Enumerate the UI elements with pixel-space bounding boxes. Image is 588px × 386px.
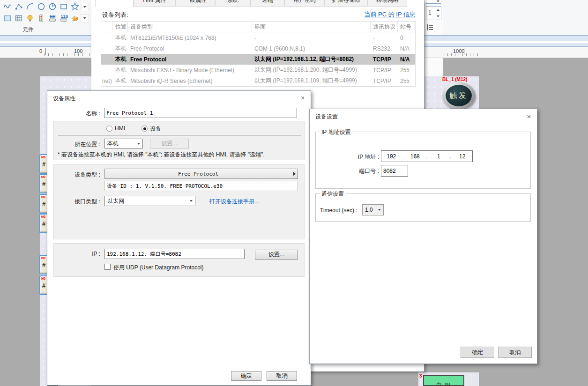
- table-row[interactable]: net)本机Mitsubishi iQ-R Series (Ethernet)以…: [101, 75, 415, 86]
- close-icon[interactable]: ×: [525, 112, 533, 120]
- location-select[interactable]: 本机: [104, 139, 143, 148]
- ip-octet-4[interactable]: 12: [453, 153, 473, 160]
- device-manual-link[interactable]: 打开设备连接手册...: [209, 198, 259, 206]
- device-list-label: 设备列表:: [102, 11, 128, 19]
- ok-button[interactable]: 确定: [231, 371, 261, 381]
- panel-icon[interactable]: [2, 13, 13, 23]
- tab-general-properties[interactable]: 一般属性: [176, 0, 215, 7]
- star-icon[interactable]: [69, 1, 81, 12]
- circle-icon[interactable]: [36, 1, 47, 12]
- spinner-partial-down-icon[interactable]: [437, 0, 439, 2]
- ruler-number: 0: [39, 48, 42, 54]
- device-type-label: 设备类型 :: [54, 171, 100, 179]
- trigger-button[interactable]: 触发: [442, 82, 475, 109]
- table-row[interactable]: 本机MT8121iE/MT8150iE (1024 x 768)--0: [101, 32, 415, 43]
- spinner-down-icon[interactable]: [437, 15, 439, 17]
- timeout-select[interactable]: 1.0: [362, 204, 384, 215]
- tab-extended-memory[interactable]: 扩展存储器: [325, 0, 368, 7]
- indicator-lamp-icon[interactable]: [24, 13, 36, 23]
- spinner-control[interactable]: 1: [426, 6, 441, 20]
- top-right-panel: [443, 0, 588, 36]
- comm-group-label: 通信设置: [320, 190, 346, 198]
- col-protocol: 通讯协议: [371, 22, 398, 32]
- components-toolbar: HH 123 元件: [0, 0, 91, 36]
- toggle-switch-icon[interactable]: [36, 13, 47, 23]
- ip-group-label: IP 地址设置: [320, 128, 352, 136]
- udp-checkbox[interactable]: [104, 264, 111, 270]
- polyline-icon[interactable]: [13, 1, 24, 12]
- arc-icon[interactable]: [24, 1, 36, 12]
- green-widget-tag: 3: [419, 373, 422, 379]
- ip-address-label: IP 地址 :: [337, 153, 379, 161]
- spinner-partial[interactable]: [426, 0, 441, 4]
- ip-address-input[interactable]: 192 . 168 . 1 . 12: [381, 150, 473, 162]
- numeric-display-icon[interactable]: 123: [58, 13, 69, 23]
- green-widget[interactable]: 中阳: [423, 375, 464, 386]
- edit-area-band-left: [0, 35, 91, 47]
- device-radio-label: 设备: [150, 125, 161, 133]
- ip-octet-2[interactable]: 168: [405, 153, 425, 160]
- name-label: 名称 :: [66, 110, 100, 118]
- divider: [58, 135, 301, 136]
- table-row[interactable]: 本机Mitsubishi FX5U - Binary Mode (Etherne…: [101, 65, 415, 75]
- location-label: 所在位置 :: [54, 141, 100, 148]
- freehand-line-icon[interactable]: [2, 1, 13, 12]
- tab-remote[interactable]: 远端: [251, 0, 284, 7]
- spinner-value: 1: [428, 9, 432, 16]
- dialog-title: 设备设置: [315, 113, 338, 121]
- macro-icon[interactable]: [69, 13, 81, 23]
- device-radio[interactable]: [141, 126, 148, 132]
- interface-type-label: 接口类型 :: [54, 198, 100, 206]
- rectangle-icon[interactable]: [58, 1, 69, 12]
- device-table: 位置 设备类型 界面 通讯协议 站号 本机MT8121iE/MT8150iE (…: [101, 21, 416, 87]
- word-lamp-icon[interactable]: HH: [47, 13, 58, 23]
- name-input[interactable]: Free Protocol_1: [104, 108, 297, 118]
- ip-input[interactable]: 192.168.1.12, 端口号=8082: [104, 249, 245, 259]
- ruler-number: 100: [74, 48, 82, 54]
- pc-ip-info-link[interactable]: 当前 PC 的 IP 信息: [364, 10, 416, 19]
- row2-more-button[interactable]: [81, 14, 89, 22]
- cancel-button[interactable]: 取消: [267, 371, 297, 381]
- device-type-section: 设备类型 : Free Protocol 设备 ID : 1, V.1.50, …: [53, 164, 305, 239]
- tab-strip: 设备 HMI 属性 一般属性 系统 远端 用户密码 扩展存储器 移动网络: [91, 0, 424, 7]
- location-settings-button: 设置...: [150, 139, 189, 148]
- ip-octet-3[interactable]: 1: [429, 153, 449, 160]
- port-input[interactable]: 8082: [381, 165, 408, 177]
- row1-more-button[interactable]: [81, 3, 89, 11]
- device-settings-dialog: 设备设置 × IP 地址设置 IP 地址 : 192 . 168 . 1 . 1…: [309, 109, 537, 364]
- toolbar-row-2: HH 123: [2, 13, 81, 23]
- green-widget-label: 中阳: [436, 381, 453, 386]
- table-row[interactable]: 本机Free ProtocolCOM 1 (9600,N,8,1)RS232N/…: [101, 43, 415, 54]
- ruler-left: 0 100: [0, 47, 91, 58]
- edit-area-band-right: [424, 35, 588, 47]
- pie-icon[interactable]: [47, 1, 58, 12]
- hmi-radio[interactable]: [106, 126, 112, 132]
- location-section: HMI 设备 所在位置 : 本机 设置... * 若设备连接至本机的 HMI, …: [53, 121, 305, 160]
- tab-device[interactable]: 设备: [95, 0, 134, 7]
- tab-system[interactable]: 系统: [215, 0, 251, 7]
- timeout-label: Timeout (sec) :: [320, 207, 357, 214]
- col-device-type: 设备类型: [128, 22, 252, 32]
- table-row-selected[interactable]: 本机Free Protocol以太网 (IP=192.168.1.12, 端口号…: [101, 54, 415, 65]
- cancel-button[interactable]: 取消: [498, 347, 532, 358]
- device-type-button[interactable]: Free Protocol: [104, 169, 292, 179]
- toolbar-row-1: [2, 1, 81, 12]
- device-properties-dialog: 设备属性 × 名称 : Free Protocol_1 HMI 设备 所在位置 …: [47, 90, 311, 386]
- spinner-up-icon[interactable]: [437, 9, 439, 11]
- ip-octet-1[interactable]: 192: [381, 153, 402, 160]
- device-id-info: 设备 ID : 1, V.1.50, FREE_PROTOCOL.e30: [104, 181, 298, 191]
- close-icon[interactable]: ×: [298, 94, 307, 102]
- port-label: 端口号 :: [337, 167, 379, 175]
- tab-hmi-properties[interactable]: HMI 属性: [134, 0, 176, 7]
- ok-button[interactable]: 确定: [461, 347, 494, 358]
- ip-settings-button[interactable]: 设置...: [255, 250, 298, 260]
- device-type-expand-icon[interactable]: [291, 169, 298, 179]
- dialog-title: 设备属性: [53, 95, 75, 103]
- list-icon[interactable]: [427, 24, 433, 30]
- tab-user-password[interactable]: 用户密码: [284, 0, 325, 7]
- grid-icon[interactable]: [13, 13, 24, 23]
- tab-mobile-network[interactable]: 移动网络: [368, 0, 407, 7]
- col-station: 站号: [398, 22, 415, 32]
- interface-type-select[interactable]: 以太网: [104, 196, 195, 206]
- trigger-address-tag: BL_1 (M12): [442, 77, 467, 82]
